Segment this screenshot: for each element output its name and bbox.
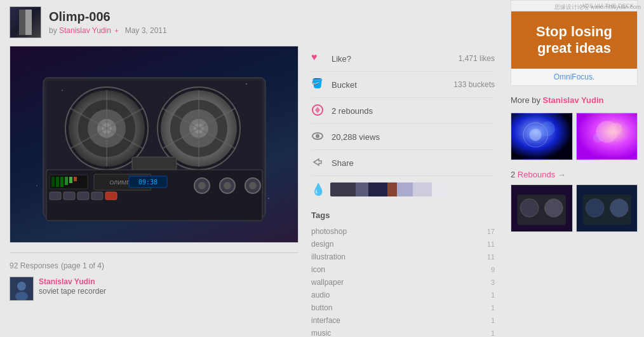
svg-rect-38 [50,175,88,189]
tag-count: 11 [487,253,495,261]
tag-name: icon [311,265,491,274]
author-link[interactable]: Stanislav Yudin [59,26,111,35]
rebound-icon [311,104,325,118]
svg-rect-43 [69,177,72,183]
share-row: Share [311,150,495,176]
header-info: Olimp-006 by Stanislav Yudin + May 3, 20… [49,10,167,35]
svg-point-35 [224,182,231,189]
shot-image-wrap: ОЛИМП-1 09:38 [10,46,299,337]
svg-text:09:38: 09:38 [138,179,157,186]
bucket-count: 133 buckets [453,80,495,89]
rebounds-section-title: 2 Rebounds → [511,170,638,179]
rebound-thumb-1[interactable] [511,184,573,232]
svg-point-50 [17,282,26,291]
tag-count: 17 [487,228,495,235]
like-count: 1,471 likes [459,54,495,63]
shot-header: Olimp-006 by Stanislav Yudin + May 3, 20… [10,6,495,38]
svg-rect-29 [77,192,89,200]
ad-link[interactable]: OmniFocus. [511,69,637,85]
response-author-link[interactable]: Stanislav Yudin [39,277,95,286]
views-label: 20,288 views [332,132,495,142]
tag-count: 3 [491,279,495,286]
tag-row: illustration11 [311,251,495,263]
svg-rect-27 [50,192,61,200]
tag-name: button [311,303,491,312]
stats-area: ♥ Like? 1,471 likes 🪣 Bucket 133 buckets [311,46,495,337]
share-icon [311,156,325,170]
swatch-3 [368,182,387,196]
svg-rect-40 [56,177,59,187]
svg-rect-28 [64,192,75,200]
swatch-5 [397,182,413,196]
ad-headline: Stop losing great ideas [518,24,631,57]
right-sidebar: ADS VIA THE DECK Stop losing great ideas… [504,0,644,337]
svg-point-55 [316,134,319,138]
svg-point-71 [610,199,628,217]
more-thumb-2[interactable] [576,113,638,160]
ad-link-text[interactable]: OmniFocus. [554,72,595,81]
tag-link[interactable]: illustration [311,252,345,261]
svg-rect-30 [91,192,103,200]
tag-link[interactable]: audio [311,291,330,299]
tag-row: photoshop17 [311,225,495,238]
responses-count: 92 Responses [10,261,58,270]
like-label[interactable]: Like? [332,54,459,64]
share-label[interactable]: Share [332,158,495,168]
tag-link[interactable]: design [311,240,333,249]
tag-link[interactable]: interface [311,316,340,325]
ad-image[interactable]: Stop losing great ideas [511,11,637,69]
tag-row: interface1 [311,314,495,327]
tag-count: 1 [491,291,495,299]
rebounds-link[interactable]: Rebounds [518,170,555,179]
svg-point-46 [246,83,247,85]
tag-name: photoshop [311,227,487,236]
tag-name: wallpaper [311,278,491,287]
tag-name: interface [311,316,491,325]
more-by: More by Stanislav Yudin [511,95,638,105]
tag-link[interactable]: button [311,303,332,312]
svg-point-66 [520,199,539,217]
rebounds-label[interactable]: 2 rebounds [332,106,495,116]
plus-badge: + [114,27,118,34]
like-row: ♥ Like? 1,471 likes [311,46,495,72]
responses-title: 92 Responses (page 1 of 4) [10,259,299,270]
tag-name: music [311,329,491,337]
tags-list: photoshop17design11illustration11icon9wa… [311,225,495,337]
tape-recorder-svg: ОЛИМП-1 09:38 [30,58,278,230]
svg-point-45 [62,90,63,91]
response-item: Stanislav Yudin soviet tape recorder [10,277,299,301]
svg-point-48 [268,198,269,199]
rebound-thumb-2[interactable] [576,184,638,232]
tag-count: 11 [487,240,495,248]
svg-rect-41 [60,177,64,187]
svg-point-37 [249,182,257,189]
more-thumb-1[interactable] [511,113,573,160]
tag-row: audio1 [311,289,495,301]
svg-rect-39 [51,177,55,187]
svg-point-67 [545,199,563,217]
ad-box: ADS VIA THE DECK Stop losing great ideas… [511,0,638,86]
svg-rect-44 [74,177,77,181]
palette-drop-icon: 💧 [311,182,325,196]
tags-title: Tags [311,210,495,220]
tag-link[interactable]: photoshop [311,227,347,236]
tag-link[interactable]: wallpaper [311,278,344,287]
tag-count: 1 [491,304,495,312]
tag-count: 9 [491,266,495,273]
shot-date: May 3, 2011 [125,26,167,35]
svg-point-70 [586,199,604,217]
response-text: soviet tape recorder [39,287,106,296]
bucket-label[interactable]: Bucket [332,80,453,90]
svg-rect-56 [511,114,572,160]
views-icon [311,130,325,144]
swatch-1 [330,182,356,196]
tag-link[interactable]: icon [311,265,325,274]
swatch-6 [413,182,432,196]
tag-count: 1 [491,329,495,337]
tag-link[interactable]: music [311,329,331,337]
more-by-author-link[interactable]: Stanislav Yudin [543,95,604,105]
shot-title: Olimp-006 [49,10,167,24]
tag-row: music1 [311,327,495,337]
tag-name: design [311,240,487,249]
shot-image: ОЛИМП-1 09:38 [10,46,299,243]
